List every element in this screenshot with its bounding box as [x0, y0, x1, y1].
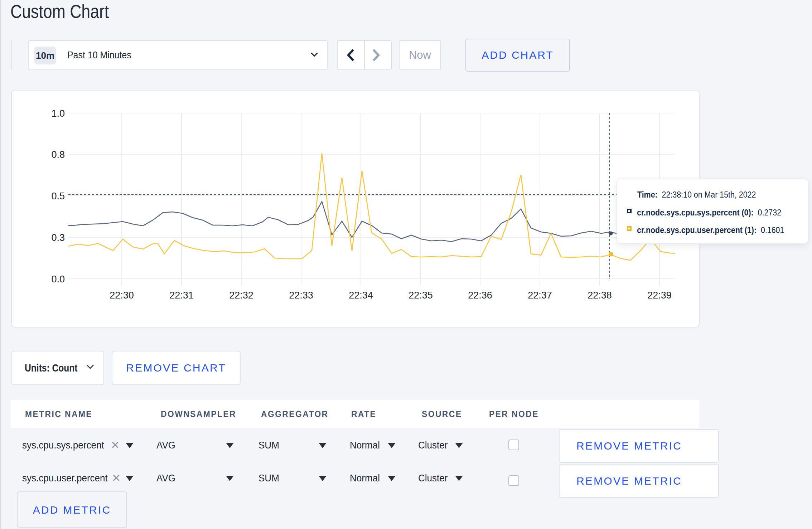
svg-text:22:38: 22:38 [588, 290, 612, 301]
svg-text:22:33: 22:33 [289, 290, 313, 301]
svg-text:1.0: 1.0 [51, 108, 65, 119]
svg-text:22:32: 22:32 [229, 290, 253, 301]
svg-text:22:30: 22:30 [110, 290, 134, 301]
svg-text:22:31: 22:31 [169, 290, 194, 301]
svg-text:22:39: 22:39 [647, 290, 672, 301]
svg-text:22:35: 22:35 [409, 290, 433, 301]
svg-text:0.5: 0.5 [51, 191, 65, 202]
svg-text:22:36: 22:36 [468, 290, 492, 301]
svg-text:22:37: 22:37 [528, 290, 552, 301]
svg-text:22:34: 22:34 [349, 290, 373, 301]
svg-text:0.0: 0.0 [51, 274, 65, 285]
svg-text:0.8: 0.8 [51, 149, 65, 160]
svg-text:0.3: 0.3 [51, 232, 65, 243]
